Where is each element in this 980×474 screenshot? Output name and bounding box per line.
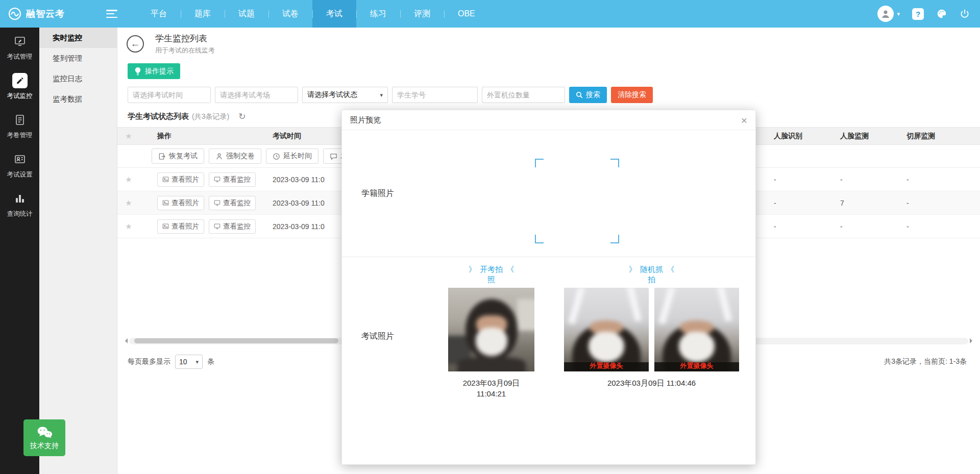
- star-icon[interactable]: ★: [125, 132, 132, 140]
- sidebar-item-exam-management[interactable]: 考试管理: [0, 28, 39, 67]
- modal-title: 照片预览: [350, 115, 381, 125]
- viewfinder-corner: [610, 235, 619, 243]
- per-page-select[interactable]: 10 ▾: [175, 355, 203, 369]
- exam-start-photo[interactable]: [448, 288, 534, 371]
- resume-exam-button[interactable]: 恢复考试: [152, 148, 204, 164]
- user-menu[interactable]: ▾: [877, 6, 900, 22]
- random-capture-group-title[interactable]: 》 随机抓拍 《: [564, 264, 739, 285]
- view-photo-button[interactable]: 查看照片: [157, 219, 204, 234]
- page-subtitle: 用于考试的在线监考: [155, 46, 215, 55]
- random-capture-photo-1[interactable]: 外置摄像头: [564, 288, 649, 371]
- deco-left: 》: [469, 264, 476, 275]
- resume-icon: [158, 153, 166, 160]
- menu-item-practice[interactable]: 练习: [356, 0, 400, 28]
- registration-photo-placeholder: [535, 159, 619, 243]
- wechat-icon: [36, 426, 53, 439]
- monitor-icon: [214, 223, 220, 230]
- sidebar-item-exam-settings[interactable]: 考试设置: [0, 145, 39, 185]
- sidebar-item-exam-monitoring[interactable]: 考试监控: [0, 67, 39, 106]
- chat-bubble-icon: [330, 153, 337, 160]
- scroll-right-arrow[interactable]: [970, 338, 975, 343]
- exam-room-input[interactable]: [215, 87, 298, 103]
- main-menu: 平台 题库 试题 试卷 考试 练习 评测 OBE: [137, 0, 489, 28]
- menu-item-obe[interactable]: OBE: [444, 0, 489, 28]
- sidebar-item-statistics[interactable]: 查询统计: [0, 185, 39, 224]
- viewfinder-corner: [610, 159, 619, 167]
- submenu-item-monitor-log[interactable]: 监控日志: [39, 68, 117, 89]
- per-page-unit: 条: [207, 357, 214, 366]
- camera-warning-text: 外置摄像头: [654, 361, 739, 370]
- filter-bar: 请选择考试状态 ▾ 搜索 清除搜索: [128, 87, 980, 103]
- scroll-left-arrow[interactable]: [122, 338, 128, 343]
- tips-button[interactable]: 操作提示: [128, 63, 180, 79]
- person-icon: [880, 9, 891, 19]
- deco-left: 》: [629, 264, 636, 275]
- menu-item-exam[interactable]: 考试: [312, 0, 356, 28]
- refresh-icon[interactable]: ↻: [238, 112, 246, 121]
- exam-start-photo-group-title[interactable]: 》 开考拍照 《: [448, 264, 534, 285]
- scrollbar-thumb[interactable]: [134, 338, 338, 343]
- exam-photos-label: 考试照片: [361, 331, 394, 342]
- sidebar-item-paper-management[interactable]: 考卷管理: [0, 106, 39, 145]
- exam-photos-section: 考试照片 》 开考拍照 《 》 随机抓拍 《: [342, 257, 755, 415]
- monitor-icon: [214, 199, 220, 206]
- chevron-down-icon: ▾: [380, 92, 383, 98]
- menu-item-evaluation[interactable]: 评测: [400, 0, 444, 28]
- student-id-input[interactable]: [392, 87, 478, 103]
- close-icon[interactable]: ×: [741, 115, 747, 126]
- random-capture-photo-2[interactable]: 外置摄像头: [654, 288, 739, 371]
- viewfinder-corner: [535, 159, 544, 167]
- back-button[interactable]: ←: [127, 35, 144, 53]
- tech-support-button[interactable]: 技术支持: [23, 419, 65, 456]
- submenu-item-realtime-monitor[interactable]: 实时监控: [39, 28, 117, 48]
- view-monitor-button[interactable]: 查看监控: [209, 172, 256, 187]
- menu-item-platform[interactable]: 平台: [137, 0, 181, 28]
- menu-item-papers[interactable]: 试卷: [268, 0, 312, 28]
- top-navigation: 融智云考 平台 题库 试题 试卷 考试 练习 评测 OBE ▾ ?: [0, 0, 980, 28]
- star-icon[interactable]: ★: [125, 198, 132, 207]
- chevron-down-icon: ▾: [897, 11, 900, 17]
- force-submit-button[interactable]: 强制交卷: [209, 148, 261, 164]
- submenu-item-checkin-management[interactable]: 签到管理: [39, 48, 117, 68]
- column-header-operation: 操作: [140, 132, 273, 141]
- table-title: 学生考试状态列表: [128, 112, 189, 121]
- app-logo[interactable]: 融智云考: [0, 7, 97, 20]
- photo-preview-modal: 照片预览 × 学籍照片 考试照片 》 开考拍照 《 》 随机抓拍 《: [341, 110, 756, 465]
- external-camera-count-input[interactable]: [482, 87, 565, 103]
- bar-chart-icon: [12, 191, 28, 206]
- view-photo-button[interactable]: 查看照片: [157, 172, 204, 187]
- palette-icon[interactable]: [936, 8, 947, 19]
- view-monitor-button[interactable]: 查看监控: [209, 219, 256, 234]
- logout-power-icon[interactable]: [960, 9, 970, 19]
- photo-icon: [162, 199, 169, 206]
- chevron-down-icon: ▾: [195, 359, 199, 365]
- exam-status-select[interactable]: 请选择考试状态 ▾: [302, 87, 388, 103]
- star-icon[interactable]: ★: [125, 175, 132, 184]
- face-monitoring-cell: -: [840, 176, 906, 184]
- exam-time-input[interactable]: [128, 87, 211, 103]
- user-avatar[interactable]: [877, 6, 894, 22]
- view-monitor-button[interactable]: 查看监控: [209, 196, 256, 210]
- menu-item-questions[interactable]: 试题: [225, 0, 268, 28]
- logo-icon: [8, 7, 21, 20]
- menu-item-question-bank[interactable]: 题库: [181, 0, 225, 28]
- face-monitoring-cell: -: [840, 222, 906, 231]
- search-button[interactable]: 搜索: [569, 87, 607, 103]
- search-icon: [576, 91, 583, 98]
- per-page-label: 每页最多显示: [128, 357, 170, 366]
- monitor-icon: [214, 176, 220, 183]
- photo-content: [448, 288, 534, 371]
- help-button[interactable]: ?: [912, 8, 924, 20]
- viewfinder-corner: [535, 235, 544, 243]
- registration-photo-section: 学籍照片: [342, 130, 755, 257]
- extend-time-button[interactable]: 延长时间: [266, 148, 318, 164]
- lightbulb-icon: [134, 67, 141, 76]
- star-icon[interactable]: ★: [125, 222, 132, 231]
- photo-icon: [162, 176, 169, 183]
- submenu-item-proctor-data[interactable]: 监考数据: [39, 89, 117, 109]
- clear-search-button[interactable]: 清除搜索: [611, 87, 653, 103]
- random-capture-timestamp: 2023年03月09日 11:04:46: [564, 378, 739, 388]
- view-photo-button[interactable]: 查看照片: [157, 196, 204, 210]
- face-recognition-cell: -: [774, 176, 840, 184]
- menu-toggle-icon[interactable]: [106, 10, 117, 18]
